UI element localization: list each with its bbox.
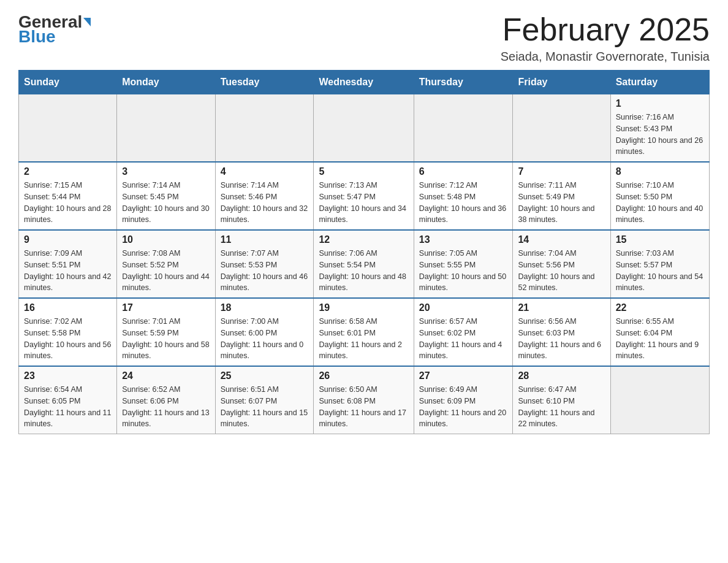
day-info: Sunrise: 6:47 AMSunset: 6:10 PMDaylight:… xyxy=(518,384,605,430)
logo: General Blue xyxy=(18,12,91,47)
calendar-week-row: 9Sunrise: 7:09 AMSunset: 5:51 PMDaylight… xyxy=(19,230,710,298)
calendar-cell: 10Sunrise: 7:08 AMSunset: 5:52 PMDayligh… xyxy=(117,230,215,298)
calendar-week-row: 23Sunrise: 6:54 AMSunset: 6:05 PMDayligh… xyxy=(19,366,710,434)
calendar-cell: 25Sunrise: 6:51 AMSunset: 6:07 PMDayligh… xyxy=(215,366,314,434)
day-number: 8 xyxy=(616,166,704,177)
day-number: 4 xyxy=(221,166,309,177)
calendar-cell: 24Sunrise: 6:52 AMSunset: 6:06 PMDayligh… xyxy=(117,366,215,434)
calendar-cell xyxy=(19,94,117,163)
calendar-cell xyxy=(414,94,513,163)
calendar-cell: 20Sunrise: 6:57 AMSunset: 6:02 PMDayligh… xyxy=(414,298,513,366)
calendar-cell: 21Sunrise: 6:56 AMSunset: 6:03 PMDayligh… xyxy=(513,298,610,366)
calendar-cell: 16Sunrise: 7:02 AMSunset: 5:58 PMDayligh… xyxy=(19,298,117,366)
calendar-cell xyxy=(117,94,215,163)
day-info: Sunrise: 6:58 AMSunset: 6:01 PMDaylight:… xyxy=(319,316,408,362)
day-info: Sunrise: 7:09 AMSunset: 5:51 PMDaylight:… xyxy=(24,248,112,294)
calendar-cell: 15Sunrise: 7:03 AMSunset: 5:57 PMDayligh… xyxy=(610,230,709,298)
day-info: Sunrise: 6:50 AMSunset: 6:08 PMDaylight:… xyxy=(319,384,408,430)
day-number: 17 xyxy=(122,302,210,313)
day-number: 2 xyxy=(24,166,112,177)
day-info: Sunrise: 6:49 AMSunset: 6:09 PMDaylight:… xyxy=(419,384,508,430)
page-header: General Blue February 2025 Seiada, Monas… xyxy=(18,12,710,64)
day-number: 5 xyxy=(319,166,408,177)
day-number: 18 xyxy=(221,302,309,313)
day-info: Sunrise: 7:14 AMSunset: 5:45 PMDaylight:… xyxy=(122,180,210,226)
day-number: 25 xyxy=(221,370,309,381)
day-info: Sunrise: 6:57 AMSunset: 6:02 PMDaylight:… xyxy=(419,316,508,362)
calendar-cell xyxy=(513,94,610,163)
day-number: 16 xyxy=(24,302,112,313)
calendar-cell: 17Sunrise: 7:01 AMSunset: 5:59 PMDayligh… xyxy=(117,298,215,366)
day-number: 22 xyxy=(616,302,704,313)
day-info: Sunrise: 7:06 AMSunset: 5:54 PMDaylight:… xyxy=(319,248,408,294)
day-info: Sunrise: 7:00 AMSunset: 6:00 PMDaylight:… xyxy=(221,316,309,362)
calendar-cell: 3Sunrise: 7:14 AMSunset: 5:45 PMDaylight… xyxy=(117,162,215,230)
day-number: 3 xyxy=(122,166,210,177)
day-info: Sunrise: 7:12 AMSunset: 5:48 PMDaylight:… xyxy=(419,180,508,226)
day-number: 10 xyxy=(122,234,210,245)
day-number: 27 xyxy=(419,370,508,381)
calendar-cell xyxy=(314,94,414,163)
calendar-cell: 7Sunrise: 7:11 AMSunset: 5:49 PMDaylight… xyxy=(513,162,610,230)
day-info: Sunrise: 7:02 AMSunset: 5:58 PMDaylight:… xyxy=(24,316,112,362)
calendar-week-row: 2Sunrise: 7:15 AMSunset: 5:44 PMDaylight… xyxy=(19,162,710,230)
day-info: Sunrise: 7:08 AMSunset: 5:52 PMDaylight:… xyxy=(122,248,210,294)
day-info: Sunrise: 7:13 AMSunset: 5:47 PMDaylight:… xyxy=(319,180,408,226)
calendar-cell: 8Sunrise: 7:10 AMSunset: 5:50 PMDaylight… xyxy=(610,162,709,230)
day-number: 6 xyxy=(419,166,508,177)
day-number: 20 xyxy=(419,302,508,313)
calendar-cell: 4Sunrise: 7:14 AMSunset: 5:46 PMDaylight… xyxy=(215,162,314,230)
logo-blue-text: Blue xyxy=(18,27,56,47)
calendar-cell: 1Sunrise: 7:16 AMSunset: 5:43 PMDaylight… xyxy=(610,94,709,163)
calendar-cell xyxy=(610,366,709,434)
header-day-tuesday: Tuesday xyxy=(215,71,314,94)
calendar-cell: 14Sunrise: 7:04 AMSunset: 5:56 PMDayligh… xyxy=(513,230,610,298)
day-info: Sunrise: 6:56 AMSunset: 6:03 PMDaylight:… xyxy=(518,316,605,362)
calendar-cell: 12Sunrise: 7:06 AMSunset: 5:54 PMDayligh… xyxy=(314,230,414,298)
calendar-cell: 9Sunrise: 7:09 AMSunset: 5:51 PMDaylight… xyxy=(19,230,117,298)
day-number: 24 xyxy=(122,370,210,381)
calendar-table: SundayMondayTuesdayWednesdayThursdayFrid… xyxy=(18,70,710,434)
day-info: Sunrise: 7:07 AMSunset: 5:53 PMDaylight:… xyxy=(221,248,309,294)
calendar-cell: 27Sunrise: 6:49 AMSunset: 6:09 PMDayligh… xyxy=(414,366,513,434)
day-info: Sunrise: 7:01 AMSunset: 5:59 PMDaylight:… xyxy=(122,316,210,362)
day-info: Sunrise: 6:51 AMSunset: 6:07 PMDaylight:… xyxy=(221,384,309,430)
location-text: Seiada, Monastir Governorate, Tunisia xyxy=(501,50,710,64)
day-number: 14 xyxy=(518,234,605,245)
day-info: Sunrise: 7:11 AMSunset: 5:49 PMDaylight:… xyxy=(518,180,605,226)
day-number: 11 xyxy=(221,234,309,245)
day-info: Sunrise: 6:54 AMSunset: 6:05 PMDaylight:… xyxy=(24,384,112,430)
calendar-cell: 26Sunrise: 6:50 AMSunset: 6:08 PMDayligh… xyxy=(314,366,414,434)
day-info: Sunrise: 7:15 AMSunset: 5:44 PMDaylight:… xyxy=(24,180,112,226)
header-day-friday: Friday xyxy=(513,71,610,94)
calendar-week-row: 16Sunrise: 7:02 AMSunset: 5:58 PMDayligh… xyxy=(19,298,710,366)
day-number: 28 xyxy=(518,370,605,381)
calendar-cell: 19Sunrise: 6:58 AMSunset: 6:01 PMDayligh… xyxy=(314,298,414,366)
day-info: Sunrise: 6:55 AMSunset: 6:04 PMDaylight:… xyxy=(616,316,704,362)
header-day-sunday: Sunday xyxy=(19,71,117,94)
day-info: Sunrise: 7:16 AMSunset: 5:43 PMDaylight:… xyxy=(616,112,704,158)
calendar-cell: 22Sunrise: 6:55 AMSunset: 6:04 PMDayligh… xyxy=(610,298,709,366)
calendar-cell: 13Sunrise: 7:05 AMSunset: 5:55 PMDayligh… xyxy=(414,230,513,298)
calendar-cell: 28Sunrise: 6:47 AMSunset: 6:10 PMDayligh… xyxy=(513,366,610,434)
calendar-cell: 23Sunrise: 6:54 AMSunset: 6:05 PMDayligh… xyxy=(19,366,117,434)
day-number: 13 xyxy=(419,234,508,245)
header-day-thursday: Thursday xyxy=(414,71,513,94)
header-day-saturday: Saturday xyxy=(610,71,709,94)
day-info: Sunrise: 7:03 AMSunset: 5:57 PMDaylight:… xyxy=(616,248,704,294)
calendar-cell: 5Sunrise: 7:13 AMSunset: 5:47 PMDaylight… xyxy=(314,162,414,230)
day-number: 23 xyxy=(24,370,112,381)
calendar-header-row: SundayMondayTuesdayWednesdayThursdayFrid… xyxy=(19,71,710,94)
day-number: 12 xyxy=(319,234,408,245)
day-info: Sunrise: 6:52 AMSunset: 6:06 PMDaylight:… xyxy=(122,384,210,430)
month-title: February 2025 xyxy=(501,12,710,47)
header-day-monday: Monday xyxy=(117,71,215,94)
day-number: 26 xyxy=(319,370,408,381)
day-info: Sunrise: 7:14 AMSunset: 5:46 PMDaylight:… xyxy=(221,180,309,226)
day-number: 9 xyxy=(24,234,112,245)
calendar-cell: 6Sunrise: 7:12 AMSunset: 5:48 PMDaylight… xyxy=(414,162,513,230)
day-number: 1 xyxy=(616,98,704,109)
calendar-cell: 18Sunrise: 7:00 AMSunset: 6:00 PMDayligh… xyxy=(215,298,314,366)
day-info: Sunrise: 7:04 AMSunset: 5:56 PMDaylight:… xyxy=(518,248,605,294)
header-day-wednesday: Wednesday xyxy=(314,71,414,94)
